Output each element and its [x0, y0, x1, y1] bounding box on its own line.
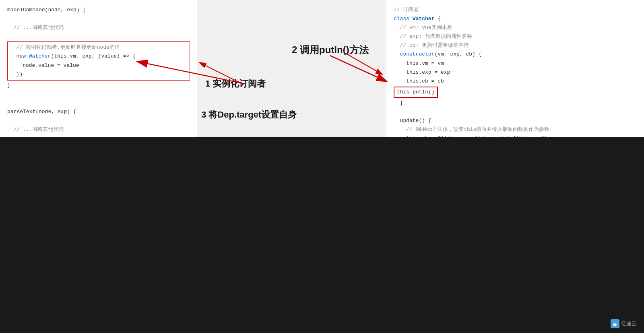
- code-line: new Watcher(this.vm, exp, (value) => {: [10, 52, 187, 61]
- logo-text: 亿速云: [621, 320, 637, 327]
- code-line: modelCommand(node, exp) {: [7, 6, 190, 14]
- code-blank: [7, 32, 190, 41]
- annotation-1-label: 1 实例化订阅者: [205, 78, 266, 90]
- left-code-panel: modelCommand(node, exp) { // ...省略其他代码 /…: [0, 0, 197, 137]
- code-blank: [7, 134, 190, 137]
- code-comment: // vm: vue实例本身: [394, 23, 637, 32]
- annotation-2-label: 2 调用putIn()方法: [292, 43, 369, 56]
- code-blank: [7, 14, 190, 23]
- code-blank: [7, 99, 190, 108]
- code-class-line: class Watcher {: [394, 14, 637, 23]
- code-line: }: [394, 99, 637, 108]
- middle-panel: 2 调用putIn()方法 1 实例化订阅者 3 将Dep.target设置自身: [197, 0, 386, 137]
- code-line: parseText(node, exp) {: [7, 108, 190, 116]
- logo-icon: [611, 319, 619, 328]
- code-line: this.exp = exp: [394, 68, 637, 77]
- code-line: this.cb = cb: [394, 77, 637, 86]
- code-comment: // 实例化订阅者,更新时直接更新node的值: [10, 43, 187, 52]
- annotation-3-label: 3 将Dep.target设置自身: [201, 109, 297, 121]
- top-panel: modelCommand(node, exp) { // ...省略其他代码 /…: [0, 0, 644, 137]
- code-comment: // ...省略其他代码: [7, 23, 190, 32]
- code-line: }: [7, 81, 190, 90]
- code-comment: // cb: 更新时需要做的事情: [394, 41, 637, 50]
- code-line: constructor(vm, exp, cb) {: [394, 50, 637, 59]
- code-comment: // exp: 代理数据的属性名称: [394, 32, 637, 41]
- code-line: node.value = value: [10, 61, 187, 70]
- code-comment: // 调用cb方法体，改变this指向并传入最新的数据作为参数: [394, 125, 637, 134]
- code-line: this.cb.call(this.vm, this.vm.data[this.…: [394, 134, 637, 137]
- code-line: this.vm = vm: [394, 59, 637, 68]
- right-code-panel: // 订阅者 class Watcher { // vm: vue实例本身 //…: [386, 0, 644, 137]
- highlight-putin-line: this.putIn(): [394, 87, 637, 98]
- code-blank: [394, 108, 637, 116]
- code-blank: [7, 90, 190, 99]
- code-red-block-1: // 实例化订阅者,更新时直接更新node的值 new Watcher(this…: [7, 41, 190, 80]
- code-blank: [7, 116, 190, 125]
- logo: 亿速云: [611, 319, 637, 328]
- bottom-panel: 亿速云: [0, 137, 644, 333]
- code-comment: // 订阅者: [394, 6, 637, 14]
- putin-highlight: this.putIn(): [394, 87, 438, 98]
- code-comment: // ...省略其他代码: [7, 125, 190, 134]
- code-line: }): [10, 70, 187, 79]
- code-line: update() {: [394, 116, 637, 125]
